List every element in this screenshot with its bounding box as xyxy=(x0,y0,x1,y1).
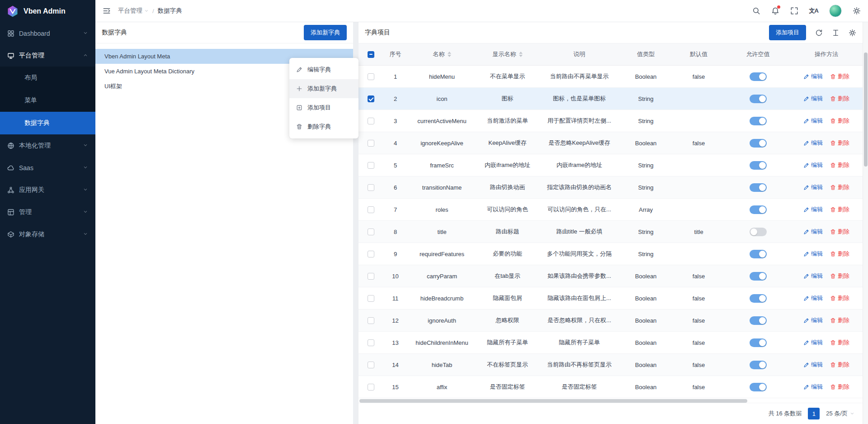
row-checkbox[interactable] xyxy=(368,229,374,235)
breadcrumb-parent[interactable]: 平台管理 xyxy=(118,7,149,15)
allow-empty-toggle[interactable] xyxy=(750,338,767,347)
sidebar-subitem-1[interactable]: 菜单 xyxy=(0,89,95,112)
edit-button[interactable]: 编辑 xyxy=(803,95,823,103)
table-settings-gear-icon[interactable] xyxy=(849,29,856,37)
add-dictionary-button[interactable]: 添加新字典 xyxy=(304,25,347,40)
add-item-button[interactable]: 添加项目 xyxy=(769,25,806,40)
row-checkbox[interactable] xyxy=(368,362,374,368)
edit-button[interactable]: 编辑 xyxy=(803,316,823,324)
edit-button[interactable]: 编辑 xyxy=(803,161,823,169)
sort-icon[interactable] xyxy=(448,52,451,57)
allow-empty-toggle[interactable] xyxy=(750,294,767,303)
allow-empty-toggle[interactable] xyxy=(750,272,767,281)
allow-empty-toggle[interactable] xyxy=(750,316,767,325)
row-checkbox[interactable] xyxy=(368,339,374,346)
allow-empty-toggle[interactable] xyxy=(750,139,767,148)
row-checkbox[interactable] xyxy=(368,273,374,280)
edit-button[interactable]: 编辑 xyxy=(803,205,823,214)
edit-label: 编辑 xyxy=(811,183,823,191)
allow-empty-toggle[interactable] xyxy=(750,183,767,192)
allow-empty-toggle[interactable] xyxy=(750,117,767,125)
allow-empty-toggle[interactable] xyxy=(750,250,767,258)
edit-button[interactable]: 编辑 xyxy=(803,72,823,81)
edit-button[interactable]: 编辑 xyxy=(803,183,823,191)
delete-button[interactable]: 删除 xyxy=(830,338,849,347)
row-checkbox[interactable] xyxy=(368,162,374,169)
sidebar-item-0[interactable]: Dashboard xyxy=(0,22,95,44)
allow-empty-toggle[interactable] xyxy=(750,361,767,369)
allow-empty-toggle[interactable] xyxy=(750,95,767,103)
context-menu-item-3[interactable]: 删除字典 xyxy=(289,117,359,136)
row-checkbox[interactable] xyxy=(368,295,374,302)
sidebar-item-3[interactable]: Saas xyxy=(0,157,95,179)
column-header-name[interactable]: 名称 xyxy=(408,43,476,65)
refresh-icon[interactable] xyxy=(815,29,823,37)
app-logo[interactable]: Vben Admin xyxy=(0,0,95,22)
sidebar-item-4[interactable]: 应用网关 xyxy=(0,179,95,201)
delete-button[interactable]: 删除 xyxy=(830,250,849,258)
sidebar-subitem-0[interactable]: 布局 xyxy=(0,67,95,89)
sidebar-item-1[interactable]: 平台管理 xyxy=(0,44,95,67)
delete-button[interactable]: 删除 xyxy=(830,272,849,280)
row-checkbox[interactable] xyxy=(368,95,374,102)
search-icon[interactable] xyxy=(752,7,760,15)
allow-empty-toggle[interactable] xyxy=(750,72,767,81)
menu-fold-icon[interactable] xyxy=(103,7,111,15)
edit-button[interactable]: 编辑 xyxy=(803,250,823,258)
row-checkbox[interactable] xyxy=(368,384,374,391)
select-all-checkbox[interactable] xyxy=(368,51,374,58)
sidebar-item-2[interactable]: 本地化管理 xyxy=(0,134,95,157)
allow-empty-toggle[interactable] xyxy=(750,383,767,391)
delete-button[interactable]: 删除 xyxy=(830,139,849,147)
cell-default-value: false xyxy=(672,132,726,154)
allow-empty-toggle[interactable] xyxy=(750,205,767,214)
horizontal-scrollbar[interactable] xyxy=(359,399,747,403)
delete-button[interactable]: 删除 xyxy=(830,383,849,391)
edit-button[interactable]: 编辑 xyxy=(803,139,823,147)
vertical-scrollbar-track[interactable] xyxy=(863,22,868,424)
delete-button[interactable]: 删除 xyxy=(830,95,849,103)
sidebar-item-6[interactable]: 对象存储 xyxy=(0,223,95,245)
delete-button[interactable]: 删除 xyxy=(830,228,849,236)
page-button-1[interactable]: 1 xyxy=(808,408,820,419)
delete-button[interactable]: 删除 xyxy=(830,183,849,191)
row-checkbox[interactable] xyxy=(368,206,374,213)
edit-button[interactable]: 编辑 xyxy=(803,294,823,302)
sidebar-subitem-2[interactable]: 数据字典 xyxy=(0,112,95,134)
delete-button[interactable]: 删除 xyxy=(830,294,849,302)
avatar[interactable] xyxy=(829,5,842,17)
context-menu-item-2[interactable]: 添加项目 xyxy=(289,98,359,117)
allow-empty-toggle[interactable] xyxy=(750,228,767,236)
delete-button[interactable]: 删除 xyxy=(830,161,849,169)
page-size-select[interactable]: 25 条/页 xyxy=(826,410,854,418)
sidebar-item-5[interactable]: 管理 xyxy=(0,201,95,223)
column-height-icon[interactable] xyxy=(832,29,840,37)
row-checkbox[interactable] xyxy=(368,251,374,257)
row-checkbox[interactable] xyxy=(368,184,374,191)
row-checkbox[interactable] xyxy=(368,317,374,324)
delete-button[interactable]: 删除 xyxy=(830,361,849,369)
delete-button[interactable]: 删除 xyxy=(830,205,849,214)
row-checkbox[interactable] xyxy=(368,140,374,147)
delete-button[interactable]: 删除 xyxy=(830,316,849,324)
context-menu-item-1[interactable]: 添加新字典 xyxy=(289,79,359,98)
translate-icon[interactable]: 文A xyxy=(809,7,818,15)
row-checkbox[interactable] xyxy=(368,118,374,124)
delete-button[interactable]: 删除 xyxy=(830,72,849,81)
row-checkbox[interactable] xyxy=(368,73,374,80)
edit-button[interactable]: 编辑 xyxy=(803,228,823,236)
edit-button[interactable]: 编辑 xyxy=(803,361,823,369)
edit-button[interactable]: 编辑 xyxy=(803,383,823,391)
allow-empty-toggle[interactable] xyxy=(750,161,767,170)
edit-button[interactable]: 编辑 xyxy=(803,338,823,347)
edit-button[interactable]: 编辑 xyxy=(803,272,823,280)
edit-button[interactable]: 编辑 xyxy=(803,117,823,125)
settings-gear-icon[interactable] xyxy=(853,7,861,15)
sort-icon[interactable] xyxy=(519,52,523,57)
vertical-scrollbar-thumb[interactable] xyxy=(864,52,868,167)
fullscreen-icon[interactable] xyxy=(790,7,798,15)
delete-button[interactable]: 删除 xyxy=(830,117,849,125)
column-header-display[interactable]: 显示名称 xyxy=(476,43,539,65)
context-menu-item-0[interactable]: 编辑字典 xyxy=(289,60,359,79)
notification-button[interactable] xyxy=(771,7,779,15)
